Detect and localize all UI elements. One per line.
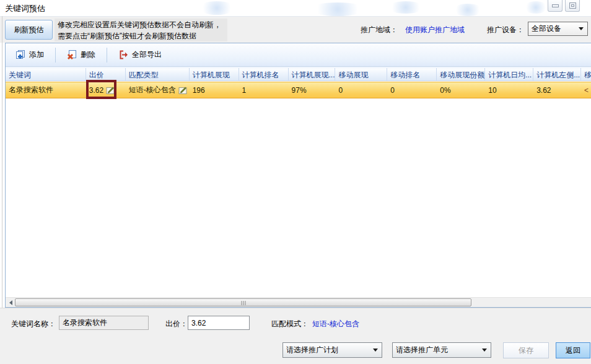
save-button[interactable]: 保存 — [503, 342, 549, 358]
keyword-table-row[interactable]: 名录搜索软件 3.62 短语-核心包含 196 1 97% — [6, 82, 591, 98]
horizontal-scrollbar[interactable] — [6, 297, 591, 307]
add-keyword-button[interactable]: 添加 — [9, 46, 50, 64]
cell-match-type: 短语-核心包含 — [126, 82, 190, 98]
cell-pc-rank: 1 — [239, 82, 289, 98]
column-header-pc-rank[interactable]: 计算机排名 — [239, 68, 289, 80]
column-header-pc-impressions[interactable]: 计算机展现 — [190, 68, 239, 80]
keyword-name-input[interactable] — [59, 316, 149, 330]
plan-dropdown[interactable]: 请选择推广计划 — [282, 342, 382, 358]
grid-toolbar: 添加 删除 全部导出 — [6, 43, 591, 67]
cell-clipped: < — [581, 82, 591, 98]
region-label: 推广地域： — [361, 25, 398, 35]
add-icon — [15, 50, 26, 60]
background-artifact — [523, 1, 548, 14]
unit-dropdown[interactable]: 请选择推广单元 — [392, 342, 491, 358]
device-dropdown-value: 全部设备 — [528, 24, 579, 34]
grid-header-row: 关键词 出价 匹配类型 计算机展现 计算机排名 计算机展现... 移动展现 移动… — [6, 67, 591, 81]
maximize-button[interactable] — [565, 0, 580, 12]
match-mode-label: 匹配模式： — [271, 319, 309, 329]
grid-empty-body — [6, 99, 591, 297]
edit-match-type-icon[interactable] — [178, 86, 188, 95]
delete-label: 删除 — [81, 50, 95, 60]
minimize-icon — [552, 4, 559, 7]
delete-keyword-button[interactable]: 删除 — [61, 46, 102, 64]
chevron-down-icon — [482, 349, 487, 352]
bid-input[interactable] — [188, 316, 250, 330]
column-header-mobile-rank[interactable]: 移动排名 — [387, 68, 437, 80]
chevron-down-icon — [373, 349, 378, 352]
add-label: 添加 — [29, 50, 44, 60]
edit-bid-icon[interactable] — [106, 86, 115, 95]
export-label: 全部导出 — [132, 50, 162, 60]
column-header-bid[interactable]: 出价 — [86, 68, 126, 80]
background-artifact — [198, 1, 235, 15]
cell-keyword: 名录搜索软件 — [6, 82, 86, 98]
region-link[interactable]: 使用账户推广地域 — [405, 25, 465, 35]
bid-label: 出价： — [165, 319, 188, 329]
match-mode-link[interactable]: 短语-核心包含 — [312, 319, 359, 329]
column-header-mobile-impressions[interactable]: 移动展现 — [335, 68, 387, 80]
keyword-grid-panel: 添加 删除 全部导出 关键词 出价 — [5, 43, 591, 308]
toolbar-separator — [107, 48, 107, 63]
column-header-keyword[interactable]: 关键词 — [6, 68, 86, 80]
scroll-left-icon — [9, 300, 12, 305]
page-title: 关键词预估 — [5, 3, 45, 14]
device-dropdown[interactable]: 全部设备 — [528, 22, 588, 36]
notice-line-2: 需要点击“刷新预估”按钮才会刷新预估数据 — [58, 30, 224, 41]
cell-bid: 3.62 — [86, 82, 126, 98]
keyword-name-label: 关键词名称： — [11, 319, 56, 329]
cell-mobile-share: 0% — [437, 82, 485, 98]
back-button[interactable]: 返回 — [556, 342, 590, 358]
background-artifact — [452, 4, 483, 16]
top-toolbar: 刷新预估 修改完相应设置后关键词预估数据不会自动刷新， 需要点击“刷新预估”按钮… — [0, 16, 591, 43]
refresh-notice-text: 修改完相应设置后关键词预估数据不会自动刷新， 需要点击“刷新预估”按钮才会刷新预… — [55, 19, 227, 41]
plan-dropdown-value: 请选择推广计划 — [283, 345, 373, 355]
cell-pc-daily: 10 — [485, 82, 533, 98]
cell-pc-left: 3.62 — [533, 82, 581, 98]
column-header-clipped[interactable]: 移 — [581, 68, 591, 80]
column-header-pc-left[interactable]: 计算机左侧... — [533, 68, 581, 80]
bottom-panel: 关键词名称： 出价： 匹配模式： 短语-核心包含 请选择推广计划 请选择推广单元… — [0, 308, 591, 364]
chevron-down-icon — [579, 27, 584, 30]
maximize-icon — [569, 2, 576, 9]
export-icon — [118, 50, 129, 60]
keyword-estimate-window: 关键词预估 刷新预估 修改完相应设置后关键词预估数据不会自动刷新， 需要点击“刷… — [0, 0, 591, 364]
device-label: 推广设备： — [487, 25, 524, 35]
scrollbar-thumb[interactable] — [15, 298, 471, 306]
background-artifact — [310, 2, 366, 16]
cell-pc-impressions: 196 — [190, 82, 239, 98]
cell-mobile-rank: 0 — [387, 82, 437, 98]
column-header-pc-daily[interactable]: 计算机日均... — [485, 68, 533, 80]
notice-line-1: 修改完相应设置后关键词预估数据不会自动刷新， — [58, 19, 224, 30]
background-artifact — [387, 1, 424, 14]
column-header-mobile-share[interactable]: 移动展现份额 — [437, 68, 485, 80]
cell-mobile-impressions: 0 — [335, 82, 387, 98]
scrollbar-grip-icon — [241, 301, 245, 305]
delete-icon — [67, 50, 77, 60]
toolbar-separator — [55, 48, 56, 63]
scroll-left-button[interactable] — [6, 298, 15, 307]
unit-dropdown-value: 请选择推广单元 — [393, 345, 482, 355]
column-header-pc-share[interactable]: 计算机展现... — [289, 68, 336, 80]
column-header-match-type[interactable]: 匹配类型 — [126, 68, 190, 80]
refresh-estimate-button[interactable]: 刷新预估 — [5, 20, 53, 40]
cell-pc-share: 97% — [289, 82, 336, 98]
export-all-button[interactable]: 全部导出 — [112, 46, 168, 64]
minimize-button[interactable] — [548, 0, 563, 12]
title-bar: 关键词预估 — [0, 0, 591, 16]
